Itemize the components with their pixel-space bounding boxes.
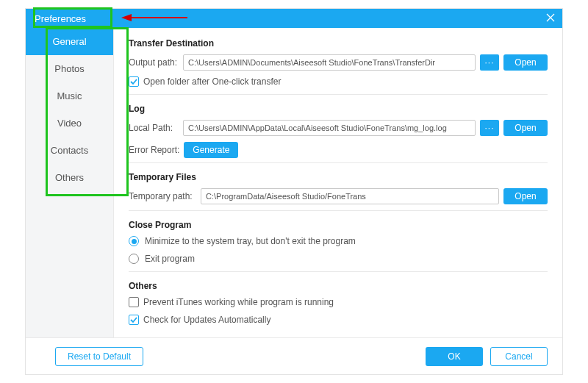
temporary-path-label: Temporary path: [129,191,196,201]
tab-music[interactable]: Music [26,82,113,110]
local-path-label: Local Path: [129,123,179,133]
exit-radio[interactable] [129,254,139,264]
divider [129,210,548,211]
ok-button[interactable]: OK [426,347,483,366]
section-close-program: Close Program [129,220,548,230]
footer: Reset to Default OK Cancel [26,337,562,374]
section-transfer-destination: Transfer Destination [129,38,548,49]
divider [129,271,548,272]
minimize-label: Minimize to the system tray, but don't e… [145,236,356,246]
content-pane: Transfer Destination Output path: ··· Op… [114,28,562,337]
prevent-itunes-label: Prevent iTunes working while program is … [143,297,334,307]
output-path-open-button[interactable]: Open [503,54,548,71]
local-path-input[interactable] [183,120,476,136]
local-path-open-button[interactable]: Open [503,120,548,136]
reset-to-default-button[interactable]: Reset to Default [55,347,143,366]
temporary-path-open-button[interactable]: Open [503,188,548,204]
tab-others[interactable]: Others [26,164,113,191]
tab-label: Others [55,172,84,183]
tab-label: General [52,36,86,47]
output-path-label: Output path: [129,57,179,68]
sidebar: General Photos Music Video Contacts Othe… [26,28,114,337]
tab-label: Contacts [51,145,88,156]
section-temporary-files: Temporary Files [129,172,548,182]
tab-photos[interactable]: Photos [26,55,113,82]
titlebar: Preferences [26,9,562,28]
section-others: Others [129,281,548,291]
tab-contacts[interactable]: Contacts [26,137,113,164]
open-folder-checkbox[interactable] [129,76,139,87]
tab-general[interactable]: General [26,28,113,55]
output-path-browse-button[interactable]: ··· [480,54,499,71]
prevent-itunes-checkbox[interactable] [129,297,139,307]
divider [129,162,548,163]
open-folder-label: Open folder after One-click transfer [143,76,281,87]
exit-label: Exit program [145,254,195,264]
tab-label: Video [57,118,82,129]
divider [129,94,548,95]
output-path-input[interactable] [183,54,476,71]
window-title: Preferences [35,13,86,24]
error-report-label: Error Report: [129,145,179,155]
tab-label: Photos [54,63,84,74]
generate-button[interactable]: Generate [184,142,238,158]
local-path-browse-button[interactable]: ··· [480,120,499,136]
close-icon[interactable] [546,13,555,24]
temporary-path-input[interactable] [201,188,499,204]
section-log: Log [129,104,548,114]
check-updates-label: Check for Updates Automatically [143,315,270,325]
preferences-window: Preferences General Photos Music Video C… [25,8,563,375]
cancel-button[interactable]: Cancel [490,347,548,366]
check-updates-checkbox[interactable] [129,315,139,325]
tab-label: Music [57,90,82,101]
tab-video[interactable]: Video [26,110,113,137]
minimize-radio[interactable] [129,236,139,246]
